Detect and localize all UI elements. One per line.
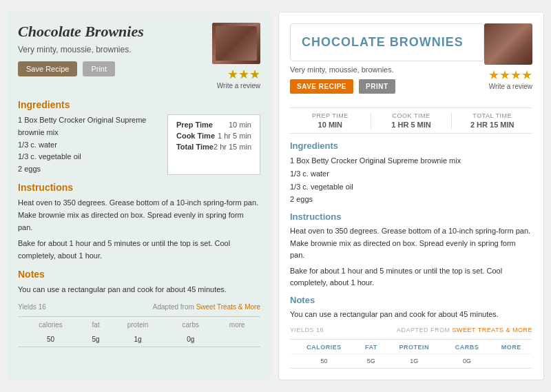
left-recipe-image-inner [212,23,260,64]
right-nutrition-table: CALORIES FAT PROTEIN CARBS MORE 50 5G 1G… [290,339,532,369]
right-nutrition-th-protein: PROTEIN [386,341,443,354]
right-total-time-label: TOTAL TIME [452,112,532,119]
left-nutrition-values-row: 50 5g 1g 0g [19,333,259,345]
left-top-left: Chocolate Brownies Very minty, moussie, … [18,23,205,90]
left-nutrition-th-carbs: carbs [167,318,214,332]
right-cook-time-item: COOK TIME 1 HR 5 MIN [371,112,452,129]
left-nutrition-header-row: calories fat protein carbs more [19,318,259,332]
left-title: Chocolate Brownies [18,23,205,41]
left-total-time-val: 2 hr 15 min [214,143,251,151]
right-button-row: SAVE RECIPE PRINT [290,79,484,94]
right-stars[interactable]: ★★★★ [484,68,532,83]
right-nutrition-th-carbs: CARBS [444,341,490,354]
left-nutrition-th-fat: fat [83,318,108,332]
left-print-button[interactable]: Print [83,61,115,76]
left-nutrition-fat: 5g [83,333,108,345]
left-save-button[interactable]: Save Recipe [18,61,77,76]
left-recipe-image [212,23,260,64]
list-item: 2 eggs [290,193,532,206]
right-yields-row: YIELDS 16 ADAPTED FROM SWEET TREATS & MO… [290,327,532,333]
right-nutrition-protein: 1G [386,355,443,367]
right-prep-time-label: PREP TIME [290,112,371,119]
right-adapted: ADAPTED FROM SWEET TREATS & MORE [397,327,532,333]
left-ingredients-area: 1 Box Betty Crocker Original Supreme bro… [18,114,260,175]
right-panel: CHOCOLATE BROWNIES Very minty, moussie, … [278,12,544,380]
list-item: 1 Box Betty Crocker Original Supreme bro… [290,154,532,167]
left-total-time-row: Total Time 2 hr 15 min [176,143,251,151]
right-nutrition-header-row: CALORIES FAT PROTEIN CARBS MORE [291,341,531,354]
left-nutrition-th-calories: calories [19,318,82,332]
right-total-time-item: TOTAL TIME 2 HR 15 MIN [451,112,532,129]
left-adapted-link[interactable]: Sweet Treats & More [196,303,260,311]
right-notes-text: You can use a rectangular pan and cook f… [290,309,532,321]
left-yields-row: Yields 16 Adapted from Sweet Treats & Mo… [18,303,260,311]
app-container: Chocolate Brownies Very minty, moussie, … [7,12,544,380]
left-cook-time-row: Cook Time 1 hr 5 min [176,132,251,140]
left-instructions-p2: Bake for about 1 hour and 5 minutes or u… [18,238,260,262]
right-top-section: CHOCOLATE BROWNIES Very minty, moussie, … [290,23,532,101]
left-ingredients-list: 1 Box Betty Crocker Original Supreme bro… [18,114,160,175]
right-save-button[interactable]: SAVE RECIPE [290,79,353,94]
left-panel: Chocolate Brownies Very minty, moussie, … [7,12,271,380]
left-total-time-label: Total Time [176,143,214,151]
right-subtitle: Very minty, moussie, brownies. [290,65,484,74]
right-notes-heading: Notes [290,295,532,305]
right-ingredients-list: 1 Box Betty Crocker Original Supreme bro… [290,154,532,206]
left-write-review[interactable]: Write a review [212,82,260,90]
list-item: 1/3 c. water [18,139,160,152]
right-prep-time-val: 10 MIN [290,121,371,129]
right-nutrition-fat: 5G [358,355,384,367]
left-adapted: Adapted from Sweet Treats & More [153,303,260,311]
left-yields: Yields 16 [18,303,46,311]
left-notes-text: You can use a rectangular pan and cook f… [18,284,260,296]
left-time-box: Prep Time 10 min Cook Time 1 hr 5 min To… [167,114,260,175]
right-adapted-link[interactable]: SWEET TREATS & MORE [452,327,532,333]
left-nutrition-th-more: more [215,318,259,332]
left-nutrition-protein: 1g [110,333,166,345]
right-prep-time-item: PREP TIME 10 MIN [290,112,371,129]
left-nutrition-calories: 50 [19,333,82,345]
list-item: 1 Box Betty Crocker Original Supreme bro… [18,114,160,138]
left-cook-time-val: 1 hr 5 min [218,132,251,140]
left-nutrition-carbs: 0g [167,333,214,345]
right-ingredients-heading: Ingredients [290,141,532,151]
right-nutrition-th-more: MORE [492,341,531,354]
left-cook-time-label: Cook Time [176,132,215,140]
left-subtitle: Very minty, moussie, brownies. [18,45,205,54]
right-top-right: ★★★★ Write a review [484,23,532,101]
right-instructions-heading: Instructions [290,212,532,222]
right-cook-time-val: 1 HR 5 MIN [371,121,452,129]
left-nutrition-table: calories fat protein carbs more 50 5g 1g… [18,316,260,347]
left-nutrition-th-protein: protein [110,318,166,332]
right-nutrition-calories: 50 [291,355,357,367]
left-instructions-heading: Instructions [18,182,260,193]
left-ingredients-heading: Ingredients [18,99,260,110]
right-nutrition-th-calories: CALORIES [291,341,357,354]
list-item: 2 eggs [18,163,160,176]
right-cook-time-label: COOK TIME [371,112,452,119]
left-prep-time-row: Prep Time 10 min [176,121,251,129]
left-top-section: Chocolate Brownies Very minty, moussie, … [18,23,260,90]
right-nutrition-th-fat: FAT [358,341,384,354]
list-item: 1/3 c. vegetable oil [290,180,532,194]
right-total-time-val: 2 HR 15 MIN [452,121,532,129]
right-nutrition-carbs: 0G [444,355,490,367]
right-title: CHOCOLATE BROWNIES [290,23,484,61]
left-button-row: Save Recipe Print [18,61,205,76]
right-yields: YIELDS 16 [290,327,324,333]
right-top-left: CHOCOLATE BROWNIES Very minty, moussie, … [290,23,484,101]
right-write-review[interactable]: Write a review [484,83,532,90]
right-print-button[interactable]: PRINT [359,79,395,94]
left-prep-time-label: Prep Time [176,121,213,129]
left-top-right: ★★★ Write a review [212,23,260,90]
right-instructions-p1: Heat oven to 350 degrees. Grease bottom … [290,225,532,262]
left-stars[interactable]: ★★★ [212,67,260,82]
right-recipe-image [484,23,532,65]
left-nutrition-more [215,333,259,345]
left-prep-time-val: 10 min [229,121,251,129]
list-item: 1/3 c. vegetable oil [18,151,160,163]
left-notes-heading: Notes [18,269,260,280]
right-recipe-image-inner [484,23,532,65]
right-nutrition-more [492,355,531,367]
right-time-grid: PREP TIME 10 MIN COOK TIME 1 HR 5 MIN TO… [290,107,532,134]
